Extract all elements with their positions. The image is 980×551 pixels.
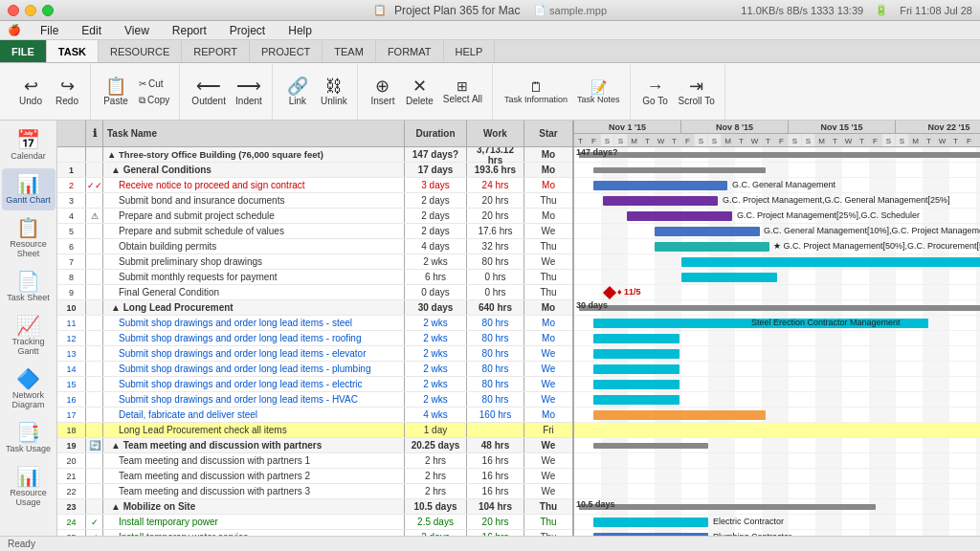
gantt-bar-15 [593, 380, 679, 389]
sidebar-item-calendar[interactable]: 📅 Calendar [2, 124, 56, 166]
paste-button[interactable]: 📋 Paste [99, 76, 133, 108]
gantt-row-21 [574, 469, 980, 484]
indent-icon: ⟶ [236, 77, 261, 95]
outdent-icon: ⟵ [196, 77, 221, 95]
menu-help[interactable]: Help [284, 23, 316, 38]
table-row[interactable]: 14 Submit shop drawings and order long l… [57, 362, 572, 377]
table-row[interactable]: 19 🔄 ▲ Team meeting and discussion with … [57, 438, 572, 453]
status-text: Ready [8, 539, 35, 549]
gantt-row-14 [574, 362, 980, 377]
sidebar-item-taskusage[interactable]: 📑 Task Usage [2, 417, 56, 459]
table-row[interactable]: 5 Prepare and submit schedule of values … [57, 224, 572, 239]
title-bar: 📋 Project Plan 365 for Mac 📄 sample.mpp … [0, 0, 980, 21]
table-row[interactable]: 8 Submit monthly requests for payment 6 … [57, 270, 572, 285]
table-row[interactable]: 2 ✓✓ Receive notice to proceed and sign … [57, 178, 572, 193]
table-row[interactable]: 24 ✓ Install temporary power 2.5 days 20… [57, 515, 572, 530]
tab-format[interactable]: FORMAT [376, 40, 444, 62]
tab-team[interactable]: TEAM [323, 40, 376, 62]
gantt-bar-12 [593, 334, 679, 343]
table-row[interactable]: 21 Team meeting and discussion with part… [57, 469, 572, 484]
table-row[interactable]: 1 ▲ General Conditions 17 days 193.6 hrs… [57, 163, 572, 178]
gantt-bar-16 [593, 395, 679, 405]
table-row[interactable]: 3 Submit bond and insurance documents 2 … [57, 193, 572, 209]
insert-button[interactable]: ⊕ Insert [366, 76, 400, 108]
table-row[interactable]: 13 Submit shop drawings and order long l… [57, 346, 572, 362]
tab-project[interactable]: PROJECT [250, 40, 323, 62]
sidebar-item-tasksheet[interactable]: 📄 Task Sheet [2, 266, 56, 308]
gantt-bar-0 [579, 152, 980, 158]
select-all-button[interactable]: ⊞ Select All [439, 77, 486, 106]
tab-file[interactable]: FILE [0, 40, 47, 62]
gantt-row-2: G.C. General Management [574, 178, 980, 193]
table-row[interactable]: 18 Long Lead Procurement check all items… [57, 423, 572, 438]
menu-edit[interactable]: Edit [78, 23, 105, 38]
goto-button[interactable]: → Go To [638, 76, 673, 108]
unlink-button[interactable]: ⛓ Unlink [317, 76, 351, 108]
sidebar-item-tracking[interactable]: 📈 Tracking Gantt [2, 310, 56, 362]
redo-button[interactable]: ↪ Redo [50, 76, 84, 108]
copy-button[interactable]: ⧉ Copy [135, 93, 173, 108]
sidebar-item-resource[interactable]: 📋 Resource Sheet [2, 212, 56, 264]
table-row[interactable]: 4 ⚠ Prepare and submit project schedule … [57, 209, 572, 224]
scroll-to-icon: ⇥ [689, 77, 703, 95]
table-row[interactable]: 10 ▲ Long Lead Procurement 30 days 640 h… [57, 300, 572, 316]
cut-button[interactable]: ✂ Cut [135, 77, 173, 91]
select-all-icon: ⊞ [457, 79, 468, 93]
milestone-9 [603, 286, 616, 299]
content-area: ℹ Task Name Duration Work Star ▲ Three-s… [57, 121, 980, 536]
tab-report[interactable]: REPORT [182, 40, 250, 62]
paste-icon: 📋 [105, 77, 126, 95]
table-row[interactable]: 20 Team meeting and discussion with part… [57, 453, 572, 469]
link-button[interactable]: 🔗 Link [280, 76, 315, 108]
table-row[interactable]: 11 Submit shop drawings and order long l… [57, 316, 572, 331]
tab-resource[interactable]: RESOURCE [99, 40, 182, 62]
table-row[interactable]: 15 Submit shop drawings and order long l… [57, 377, 572, 392]
delete-button[interactable]: ✕ Delete [402, 76, 437, 108]
gantt-row-20 [574, 453, 980, 469]
gantt-bar-1 [593, 167, 766, 173]
table-row[interactable]: 6 Obtain building permits 4 days 32 hrs … [57, 239, 572, 254]
gantt-row-12 [574, 331, 980, 346]
outdent-button[interactable]: ⟵ Outdent [188, 76, 230, 108]
col-header-duration: Duration [405, 121, 467, 146]
table-row[interactable]: 9 Final General Condition 0 days 0 hrs T… [57, 285, 572, 300]
gantt-row-23: 10.5 days [574, 499, 980, 515]
ribbon-group-schedule: ⟵ Outdent ⟶ Indent [182, 64, 273, 120]
window-controls[interactable] [8, 5, 54, 16]
table-row[interactable]: ▲ Three-story Office Building (76,000 sq… [57, 147, 572, 163]
table-row[interactable]: 17 Detail, fabricate and deliver steel 4… [57, 408, 572, 423]
table-row[interactable]: 25 ✓ Install temporary water service 2 d… [57, 530, 572, 536]
menu-file[interactable]: File [36, 23, 62, 38]
close-button[interactable] [8, 5, 19, 16]
menu-view[interactable]: View [121, 23, 153, 38]
gantt-row-10: 30 days [574, 300, 980, 316]
week-label-1: Nov 1 '15 [574, 121, 681, 133]
table-row[interactable]: 23 ▲ Mobilize on Site 10.5 days 104 hrs … [57, 499, 572, 515]
ribbon: FILE TASK RESOURCE REPORT PROJECT TEAM F… [0, 40, 980, 121]
task-notes-button[interactable]: 📝 Task Notes [573, 78, 624, 106]
gantt-label-3: G.C. Project Management,G.C. General Man… [723, 195, 950, 205]
minimize-button[interactable] [25, 5, 36, 16]
sidebar-item-gantt[interactable]: 📊 Gantt Chart [2, 168, 56, 210]
gantt-label-6: ★ G.C. Project Management[50%],G.C. Proc… [773, 241, 980, 251]
table-row[interactable]: 22 Team meeting and discussion with part… [57, 484, 572, 499]
tab-task[interactable]: TASK [47, 40, 99, 62]
table-row[interactable]: 12 Submit shop drawings and order long l… [57, 331, 572, 346]
gantt-bar-14 [593, 364, 679, 374]
table-row[interactable]: 16 Submit shop drawings and order long l… [57, 392, 572, 408]
sidebar-item-network[interactable]: 🔷 Network Diagram [2, 364, 56, 415]
gantt-bar-23 [579, 504, 876, 510]
network-icon: 🔷 [16, 369, 40, 388]
undo-button[interactable]: ↩ Undo [13, 76, 48, 108]
scroll-to-button[interactable]: ⇥ Scroll To [675, 76, 719, 108]
col-header-rownum [57, 121, 86, 146]
tasksheet-icon: 📄 [16, 272, 40, 291]
maximize-button[interactable] [42, 5, 54, 16]
table-row[interactable]: 7 Submit preliminary shop drawings 2 wks… [57, 254, 572, 270]
menu-project[interactable]: Project [226, 23, 269, 38]
menu-report[interactable]: Report [168, 23, 211, 38]
tab-help[interactable]: HELP [444, 40, 496, 62]
indent-button[interactable]: ⟶ Indent [232, 76, 266, 108]
task-info-button[interactable]: 🗒 Task Information [501, 78, 571, 106]
sidebar-item-resourceusage[interactable]: 📊 Resource Usage [2, 461, 56, 513]
